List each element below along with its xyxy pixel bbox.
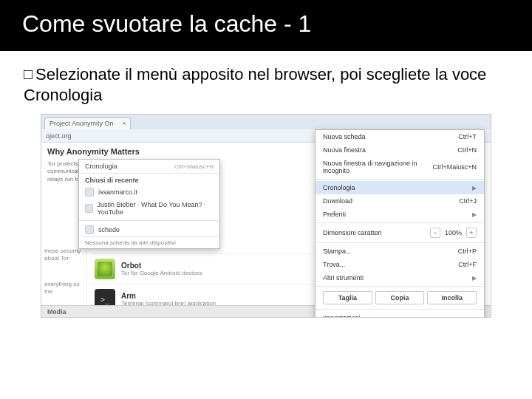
peek-label: Media <box>47 308 66 316</box>
main-menu: Nuova schedaCtrl+T Nuova finestraCtrl+N … <box>315 129 485 318</box>
sidebar-chunk: these security about Tor <box>44 248 83 263</box>
page-icon <box>85 204 93 213</box>
menu-item-bookmarks[interactable]: Preferiti▶ <box>316 208 484 221</box>
zoom-plus-button[interactable]: + <box>466 228 477 238</box>
menu-item-history[interactable]: Cronologia▶ <box>316 181 484 194</box>
app-name: Arm <box>121 292 216 300</box>
chevron-right-icon: ▶ <box>472 185 477 191</box>
list-item[interactable]: Orbot Tor for Google Android devices <box>92 253 313 284</box>
menu-clipboard-row: Taglia Copia Incolla <box>316 288 484 307</box>
slide-bullet: □Selezionate il menù apposito nel browse… <box>0 51 532 114</box>
app-name: Orbot <box>121 262 202 270</box>
history-item[interactable]: issanmarco.it <box>79 185 219 199</box>
menu-item-print[interactable]: Stampa...Ctrl+P <box>316 245 484 258</box>
menu-item-downloads[interactable]: DownloadCtrl+J <box>316 194 484 208</box>
app-desc: Tor for Google Android devices <box>121 270 202 276</box>
history-submenu: Cronologia Ctrl+Maiusc+H Chiusi di recen… <box>78 159 220 249</box>
tabstrip: Project Anonymity On × <box>41 115 491 129</box>
submenu-title: Cronologia <box>85 163 117 170</box>
separator <box>316 309 484 310</box>
chevron-right-icon: ▶ <box>472 275 477 282</box>
history-item[interactable]: Justin Bieber · What Do You Mean? · YouT… <box>79 199 219 218</box>
slide-title: Come svuotare la cache - 1 <box>22 10 519 38</box>
shortcut-hint: Ctrl+Maiusc+H <box>174 163 214 170</box>
history-item-label: Justin Bieber · What Do You Mean? · YouT… <box>98 201 214 216</box>
tab-title: Project Anonymity On <box>50 120 114 127</box>
submenu-header[interactable]: Cronologia Ctrl+Maiusc+H <box>79 160 219 174</box>
chevron-right-icon: ▶ <box>472 211 477 218</box>
menu-item-new-window[interactable]: Nuova finestraCtrl+N <box>316 143 484 157</box>
address-text: oject.org <box>46 132 72 140</box>
sidebar-chunk: everything so the <box>44 281 83 296</box>
separator <box>79 220 219 221</box>
screenshot-wrap: Project Anonymity On × oject.org Why Ano… <box>0 114 532 318</box>
page-icon <box>85 225 94 234</box>
separator <box>316 222 484 223</box>
zoom-value: 100% <box>445 229 462 236</box>
browser-screenshot: Project Anonymity On × oject.org Why Ano… <box>41 114 491 318</box>
separator <box>316 179 484 180</box>
submenu-section-label: Chiusi di recente <box>79 174 219 185</box>
submenu-footer: Nessuna scheda da altri dispositivi <box>79 236 219 248</box>
menu-item-more-tools[interactable]: Altri strumenti▶ <box>316 271 484 284</box>
history-item-label: issanmarco.it <box>98 188 137 196</box>
menu-zoom-row: Dimensioni caratteri − 100% + <box>316 225 484 241</box>
page-icon <box>85 188 94 197</box>
bullet-icon: □ <box>24 66 33 82</box>
menu-item-new-tab[interactable]: Nuova schedaCtrl+T <box>316 130 484 143</box>
zoom-label: Dimensioni caratteri <box>323 229 426 236</box>
paste-button[interactable]: Incolla <box>427 291 477 304</box>
separator <box>316 286 484 287</box>
menu-item-settings[interactable]: Impostazioni <box>316 311 484 318</box>
copy-button[interactable]: Copia <box>375 291 425 304</box>
history-item[interactable]: schede <box>79 223 219 236</box>
history-item-label: schede <box>98 226 120 233</box>
bullet-text: Selezionate il menù apposito nel browser… <box>24 65 486 104</box>
separator <box>316 242 484 243</box>
close-icon[interactable]: × <box>122 120 126 127</box>
menu-item-incognito[interactable]: Nuova finestra di navigazione in incogni… <box>316 157 484 177</box>
browser-tab[interactable]: Project Anonymity On × <box>44 117 131 129</box>
orbot-icon <box>95 259 115 279</box>
menu-item-find[interactable]: Trova...Ctrl+F <box>316 258 484 271</box>
cut-button[interactable]: Taglia <box>323 291 372 304</box>
slide-title-bar: Come svuotare la cache - 1 <box>0 0 532 51</box>
zoom-minus-button[interactable]: − <box>430 228 440 238</box>
